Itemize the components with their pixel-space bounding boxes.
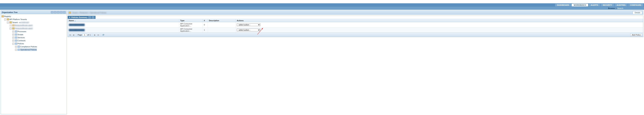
action-select[interactable]: - select action - — [237, 23, 260, 26]
expand-icon[interactable]: + — [15, 46, 17, 48]
panel-help-icon[interactable] — [92, 16, 94, 18]
folder-icon — [15, 30, 17, 32]
folder-icon — [15, 40, 17, 42]
sep — [76, 34, 76, 36]
org-tree: Registry − API Platform Tenants — [1, 14, 67, 52]
policies-title[interactable]: Policies Summary — [68, 16, 96, 19]
expand-icon[interactable]: + — [12, 37, 14, 39]
tab-security[interactable]: SECURITY — [601, 4, 614, 6]
table-row: ████████████ API Consumer Application… 1… — [68, 27, 643, 33]
folder-icon — [12, 27, 14, 29]
top-blank-bar — [0, 0, 644, 3]
main-content: Tenant > Redacted > Operational Policies… — [68, 10, 643, 114]
table-row: ████████████ API Consumer Application… 0… — [68, 22, 643, 27]
sep — [92, 34, 92, 36]
tab-dashboard[interactable]: DASHBOARD — [555, 4, 571, 6]
org-tree-header: Organization Tree — [1, 11, 67, 14]
folder-icon — [7, 18, 9, 20]
collapse-icon[interactable]: − — [4, 18, 6, 20]
expand-icon[interactable]: + — [12, 40, 14, 42]
tree-tool-1-icon[interactable] — [51, 11, 54, 13]
folder-icon — [10, 21, 12, 23]
col-type[interactable]: Type — [179, 19, 203, 22]
main-nav: DASHBOARD WORKBENCH ALERTS SECURITY AUDI… — [0, 3, 644, 7]
policy-name-link[interactable]: ████████████ — [69, 29, 85, 31]
policy-desc — [208, 22, 236, 27]
policies-titlebar: Policies Summary — [68, 16, 643, 19]
tree-compliance-policies[interactable]: + Compliance Policies — [15, 45, 66, 48]
tree-blurred-1[interactable]: + RedactedNodeLabel1 — [10, 24, 66, 27]
action-select[interactable]: - select action - — [237, 29, 260, 31]
policy-count: 1 — [203, 27, 208, 33]
expand-icon[interactable]: + — [10, 25, 12, 26]
sub-nav: Browse | Search — [0, 7, 644, 10]
org-tree-tools — [51, 11, 66, 13]
subnav-search[interactable]: Search — [617, 7, 623, 9]
last-page-icon[interactable]: ⏭ — [97, 33, 100, 36]
breadcrumb-bar: Tenant > Redacted > Operational Policies… — [68, 10, 643, 15]
tree-services[interactable]: + Services — [12, 36, 66, 39]
tab-alerts[interactable]: ALERTS — [589, 4, 600, 6]
tab-workbench[interactable]: WORKBENCH — [572, 4, 588, 6]
pager-bar: ⏮ ◀ Page of 1 ▶ ⏭ ⟳ Add Policy — [68, 33, 643, 37]
tree-contracts[interactable]: + Contracts — [12, 39, 66, 42]
expand-icon[interactable]: + — [12, 34, 14, 35]
col-name[interactable]: Name — [68, 19, 179, 22]
folder-icon — [18, 49, 20, 51]
tab-configure[interactable]: CONFIGURE — [628, 4, 643, 6]
tree-registry[interactable]: Registry — [2, 15, 66, 18]
policies-summary-panel: Policies Summary Name Type — [68, 16, 643, 37]
details-tab[interactable]: Details — [633, 11, 642, 14]
prev-page-icon[interactable]: ◀ — [72, 33, 75, 36]
tree-blurred-2[interactable]: − RedactedNodeLabel2 — [10, 27, 66, 30]
registry-icon — [2, 15, 4, 17]
tree-tool-expand-icon[interactable] — [63, 11, 66, 13]
collapse-icon[interactable]: − — [15, 49, 17, 51]
next-page-icon[interactable]: ▶ — [94, 33, 96, 36]
panel-tool-1-icon[interactable] — [88, 16, 91, 18]
col-count[interactable]: # — [203, 19, 208, 22]
folder-icon — [15, 33, 17, 35]
tab-auditing[interactable]: AUDITING — [615, 4, 628, 6]
total-pages: 1 — [90, 34, 91, 36]
breadcrumb-icon — [69, 12, 71, 14]
folder-icon — [12, 24, 14, 26]
policy-type: API Consumer Application… — [179, 22, 203, 27]
page-input[interactable] — [83, 34, 87, 36]
tree-policies[interactable]: − Policies — [12, 42, 66, 45]
tree-processes[interactable]: + Processes — [12, 30, 66, 33]
col-description[interactable]: Description — [208, 19, 236, 22]
folder-icon — [15, 36, 17, 39]
first-page-icon[interactable]: ⏮ — [69, 33, 72, 36]
collapse-icon[interactable]: − — [12, 43, 14, 45]
add-policy-button[interactable]: Add Policy — [630, 33, 642, 36]
tree-operational-policies[interactable]: − Operational Policies — [15, 48, 66, 51]
org-tree-panel: Organization Tree Registry — [1, 10, 67, 114]
subnav-browse[interactable]: Browse — [608, 7, 615, 9]
policies-grid: Name Type # Description Actions ████████… — [68, 19, 643, 33]
collapse-icon[interactable]: − — [7, 21, 9, 23]
tree-tool-2-icon[interactable] — [54, 11, 56, 13]
expand-icon[interactable]: + — [12, 31, 14, 32]
tree-tenant[interactable]: − Tenant - sometenant — [7, 21, 66, 24]
refresh-icon[interactable]: ⟳ — [102, 33, 104, 36]
subnav-sep: | — [616, 7, 616, 9]
breadcrumb-text: Tenant > Redacted > Operational Policies — [72, 12, 106, 14]
folder-icon — [18, 46, 20, 48]
tree-tenants[interactable]: − API Platform Tenants — [4, 18, 66, 21]
col-actions[interactable]: Actions — [236, 19, 643, 22]
collapse-icon[interactable]: − — [10, 28, 12, 29]
tree-tool-3-icon[interactable] — [57, 11, 60, 13]
policy-count: 0 — [203, 22, 208, 27]
of-label: of — [88, 34, 89, 36]
folder-icon — [15, 43, 17, 45]
policy-name-link[interactable]: ████████████ — [69, 24, 85, 26]
tree-scripts[interactable]: + Scripts — [12, 33, 66, 36]
page-label: Page — [78, 34, 82, 36]
policy-type: API Consumer Application… — [179, 27, 203, 33]
org-tree-title: Organization Tree — [2, 11, 18, 13]
policy-desc — [208, 27, 236, 33]
tree-tool-collapse-icon[interactable] — [60, 11, 62, 13]
caret-down-icon — [69, 17, 70, 18]
